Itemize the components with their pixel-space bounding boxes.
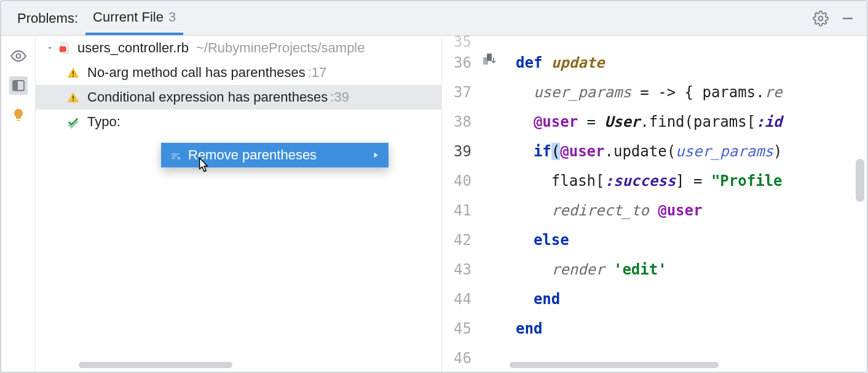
svg-point-2 xyxy=(16,54,20,58)
tab-current-file[interactable]: Current File 3 xyxy=(85,1,183,35)
issue-row[interactable]: Typo: xyxy=(36,110,441,134)
tab-label: Problems: xyxy=(17,10,78,26)
ivar: @user xyxy=(560,143,604,160)
code-text: ) xyxy=(773,143,782,160)
issue-text: Conditional expression has parentheses xyxy=(87,89,328,105)
tab-bar: Problems: Current File 3 xyxy=(1,1,867,36)
gear-icon[interactable] xyxy=(810,8,831,29)
tab-count: 3 xyxy=(168,9,176,25)
keyword: end xyxy=(534,291,560,308)
keyword: end xyxy=(516,320,542,337)
editor-gutter xyxy=(478,36,502,372)
keyword: def xyxy=(516,54,542,71)
svg-rect-7 xyxy=(73,76,74,77)
symbol: :id xyxy=(756,113,782,130)
string: "Profile xyxy=(711,172,783,190)
main-area: users_controller.rb ~/RubymineProjects/s… xyxy=(1,36,867,372)
issue-text: No-arg method call has parentheses xyxy=(87,65,306,81)
keyword: else xyxy=(534,231,569,249)
minimize-icon[interactable] xyxy=(837,8,858,29)
context-menu-label: Remove parentheses xyxy=(188,147,317,163)
issue-line: :39 xyxy=(330,89,349,105)
issue-row[interactable]: No-arg method call has parentheses :17 xyxy=(36,60,441,85)
ruby-file-icon xyxy=(58,41,71,55)
code-text: flash[ xyxy=(551,172,605,190)
issue-text: Typo: xyxy=(87,114,120,130)
issue-line: :17 xyxy=(308,65,327,81)
string: 'edit' xyxy=(614,261,667,278)
svg-rect-11 xyxy=(487,54,492,61)
code-editor[interactable]: 35 363738 39 40414243444546 def update u… xyxy=(441,36,867,372)
code-text: .find(params[ xyxy=(640,113,756,130)
symbol: :success xyxy=(605,172,676,190)
param: user_params xyxy=(676,143,773,160)
warning-icon xyxy=(66,90,80,104)
svg-rect-5 xyxy=(60,46,66,52)
horizontal-scrollbar[interactable] xyxy=(79,362,232,368)
file-header[interactable]: users_controller.rb ~/RubymineProjects/s… xyxy=(36,36,441,60)
eye-icon[interactable] xyxy=(9,47,28,65)
code-text xyxy=(649,202,658,219)
tab-label: Current File xyxy=(93,9,164,25)
identifier: user_params xyxy=(534,84,631,101)
svg-rect-8 xyxy=(73,95,74,99)
code-area[interactable]: def update user_params = -> { params.re … xyxy=(502,36,867,372)
identifier: render xyxy=(551,261,605,278)
class-name: User xyxy=(605,113,641,130)
side-gutter xyxy=(1,36,36,372)
ivar: @user xyxy=(658,202,702,219)
chevron-right-icon xyxy=(359,151,380,159)
issue-row[interactable]: Conditional expression has parentheses :… xyxy=(36,85,441,110)
fix-icon xyxy=(170,149,182,161)
ivar: @user xyxy=(534,113,578,130)
context-menu-item[interactable]: Remove parentheses xyxy=(161,143,389,167)
layout-icon[interactable] xyxy=(9,76,28,95)
code-text: = -> { params. xyxy=(631,84,765,101)
svg-point-0 xyxy=(819,16,823,20)
identifier: re xyxy=(765,84,783,101)
chevron-down-icon xyxy=(45,44,54,52)
code-text xyxy=(605,261,614,278)
warning-icon xyxy=(66,66,80,79)
line-numbers: 35 363738 39 40414243444546 xyxy=(442,36,478,372)
file-path: ~/RubymineProjects/sample xyxy=(196,40,365,56)
svg-rect-4 xyxy=(13,81,18,90)
keyword: if xyxy=(534,143,551,160)
bulb-icon[interactable] xyxy=(9,106,28,124)
problems-tool-window: Problems: Current File 3 xyxy=(0,0,868,373)
problems-panel: users_controller.rb ~/RubymineProjects/s… xyxy=(36,36,441,372)
code-text: ] = xyxy=(676,172,711,190)
file-name: users_controller.rb xyxy=(77,40,189,56)
svg-rect-6 xyxy=(73,71,74,74)
ok-check-icon xyxy=(66,115,80,129)
code-text: = xyxy=(578,113,604,130)
error-stripe[interactable] xyxy=(858,36,867,372)
identifier: redirect_to xyxy=(551,202,649,219)
method-name: update xyxy=(551,54,605,71)
svg-rect-9 xyxy=(73,100,74,102)
code-text: .update( xyxy=(605,143,676,160)
override-icon[interactable] xyxy=(481,52,496,66)
vertical-scrollbar[interactable] xyxy=(856,159,864,202)
horizontal-scrollbar[interactable] xyxy=(510,362,719,368)
selection: ( xyxy=(551,143,560,160)
tab-problems[interactable]: Problems: xyxy=(10,1,85,35)
